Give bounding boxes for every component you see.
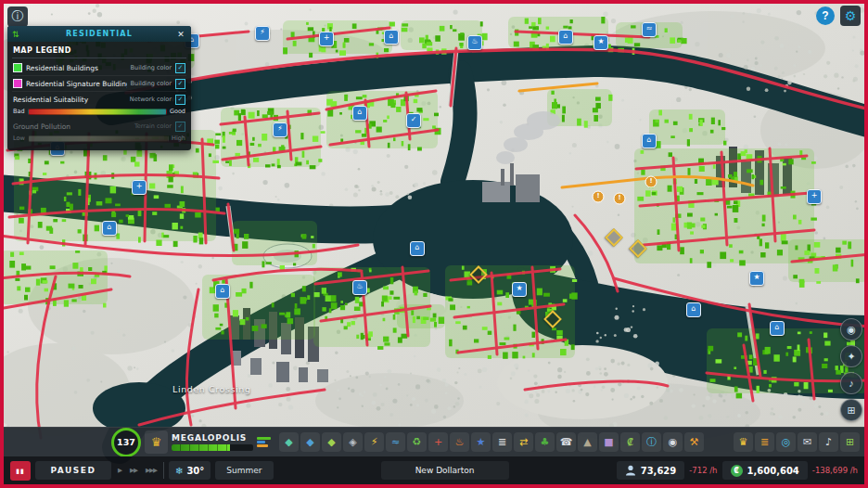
chirper-button[interactable]: ✦ bbox=[840, 345, 862, 367]
legend-label: Residential Buildings bbox=[26, 64, 127, 72]
map-marker[interactable] bbox=[543, 310, 562, 328]
communications-tool[interactable]: ☎ bbox=[556, 432, 576, 452]
snowflake-icon: ❄ bbox=[175, 466, 183, 476]
water-sewage-tool[interactable]: ≈ bbox=[386, 432, 405, 452]
residential-infoview-panel: ⇅ RESIDENTIAL ✕ MAP LEGEND Residential B… bbox=[7, 26, 191, 150]
map-marker[interactable]: ! bbox=[645, 176, 657, 188]
map-legend-heading: MAP LEGEND bbox=[12, 45, 186, 58]
zoning-industrial-tool[interactable]: ◆ bbox=[322, 432, 341, 452]
map-marker[interactable]: ★ bbox=[512, 282, 527, 297]
commercial-demand-bar bbox=[257, 441, 265, 443]
map-marker[interactable]: + bbox=[807, 189, 822, 204]
pollution-scale: Low High bbox=[12, 134, 186, 146]
speed-1-button[interactable]: ▶ bbox=[116, 467, 123, 474]
temperature-value: 30° bbox=[186, 466, 204, 476]
map-marker[interactable] bbox=[605, 228, 623, 247]
panel-title: RESIDENTIAL bbox=[23, 30, 175, 38]
map-marker[interactable]: ♨ bbox=[352, 280, 367, 295]
statistics-panel-button[interactable]: ≣ bbox=[755, 432, 774, 452]
healthcare-tool[interactable]: + bbox=[428, 432, 448, 452]
weather-widget[interactable]: ❄ 30° bbox=[169, 461, 211, 480]
map-marker[interactable]: ✓ bbox=[406, 113, 421, 128]
bulldoze-tool[interactable]: ⚒ bbox=[684, 432, 704, 452]
map-marker[interactable]: ⌂ bbox=[215, 284, 230, 299]
trophy-icon: ♛ bbox=[151, 435, 162, 449]
city-info[interactable]: MEGALOPOLIS bbox=[172, 433, 253, 451]
xp-progress-bar bbox=[172, 444, 253, 451]
milestone-level-badge[interactable]: 137 bbox=[111, 428, 141, 457]
photo-mode-button[interactable]: ◉ bbox=[840, 318, 862, 340]
map-tiles-button[interactable]: ⊞ bbox=[840, 399, 862, 421]
legend-row-signature-buildings: Residential Signature Buildings Building… bbox=[12, 76, 186, 92]
map-marker[interactable]: ⌂ bbox=[384, 30, 399, 45]
map-marker[interactable]: ≈ bbox=[642, 22, 657, 37]
map-marker[interactable]: ⌂ bbox=[558, 30, 573, 45]
panel-header[interactable]: ⇅ RESIDENTIAL ✕ bbox=[7, 26, 191, 42]
map-marker[interactable]: ♨ bbox=[467, 35, 482, 50]
transportation-tool[interactable]: ⇄ bbox=[514, 432, 533, 452]
map-marker[interactable]: ⌂ bbox=[410, 241, 425, 256]
landscaping-tool[interactable]: ▲ bbox=[578, 432, 597, 452]
checkbox[interactable]: ✓ bbox=[175, 95, 185, 105]
rci-demand-indicator[interactable] bbox=[257, 437, 272, 447]
electricity-tool[interactable]: ⚡ bbox=[364, 432, 384, 452]
progression-panel-button[interactable]: ♛ bbox=[734, 432, 753, 452]
simulation-state-label: PAUSED bbox=[35, 461, 111, 480]
toolbar-panels: ♛≣◎✉♪⊞ bbox=[734, 432, 860, 452]
map-marker[interactable]: + bbox=[319, 32, 334, 46]
residential-icon: ⇅ bbox=[12, 30, 23, 39]
map-marker[interactable]: ! bbox=[614, 193, 626, 205]
radio-panel-button[interactable]: ♪ bbox=[819, 432, 838, 452]
city-name: MEGALOPOLIS bbox=[172, 433, 253, 443]
checkbox[interactable]: ✓ bbox=[175, 122, 185, 132]
money-icon: ₡ bbox=[731, 465, 743, 477]
speed-2-button[interactable]: ▶▶ bbox=[128, 467, 139, 474]
map-marker[interactable] bbox=[469, 265, 488, 284]
map-marker[interactable]: ⌂ bbox=[352, 106, 367, 121]
signature-areas-tool[interactable]: ■ bbox=[599, 432, 619, 452]
help-button[interactable]: ? bbox=[816, 6, 835, 25]
map-marker[interactable]: ! bbox=[593, 191, 605, 203]
legend-row-suitability: Residential Suitability Network color ✓ bbox=[12, 92, 186, 107]
map-marker[interactable]: ⚡ bbox=[255, 26, 270, 41]
map-marker[interactable]: ⚡ bbox=[273, 122, 287, 137]
money-widget[interactable]: ₡ 1,600,604 bbox=[722, 461, 808, 480]
police-tool[interactable]: ★ bbox=[471, 432, 491, 452]
photo-mode-tool[interactable]: ◉ bbox=[663, 432, 683, 452]
checkbox[interactable]: ✓ bbox=[175, 63, 185, 73]
map-marker[interactable]: ⌂ bbox=[102, 221, 117, 236]
radio-button[interactable]: ♪ bbox=[840, 372, 862, 394]
population-icon bbox=[625, 465, 636, 476]
info-button[interactable]: ⓘ bbox=[7, 6, 28, 27]
map-marker[interactable]: ★ bbox=[749, 271, 764, 286]
map-marker[interactable] bbox=[629, 239, 647, 258]
close-icon[interactable]: ✕ bbox=[175, 30, 186, 39]
money-rate: -138,699 /h bbox=[812, 466, 858, 475]
economy-panel-button[interactable]: ₡ bbox=[620, 432, 640, 452]
zoning-residential-tool[interactable]: ◆ bbox=[279, 432, 299, 452]
education-tool[interactable]: ≣ bbox=[492, 432, 512, 452]
city-info-panel-button[interactable]: ⓘ bbox=[642, 432, 661, 452]
map-marker[interactable]: ★ bbox=[594, 35, 608, 50]
location-label[interactable]: New Dollarton bbox=[381, 461, 509, 480]
map-marker[interactable]: + bbox=[132, 180, 147, 195]
milestones-button[interactable]: ♛ bbox=[145, 430, 168, 454]
garbage-tool[interactable]: ♻ bbox=[407, 432, 427, 452]
main-toolbar: 137 ♛ MEGALOPOLIS ◆◆◆◈⚡≈♻+♨★≣⇄♣☎▲■₡ⓘ◉⚒ ♛… bbox=[4, 427, 864, 456]
map-marker[interactable]: ⌂ bbox=[686, 302, 701, 317]
parks-recreation-tool[interactable]: ♣ bbox=[535, 432, 555, 452]
zoning-commercial-tool[interactable]: ◆ bbox=[300, 432, 320, 452]
scale-max-label: High bbox=[172, 135, 185, 142]
fire-rescue-tool[interactable]: ♨ bbox=[450, 432, 469, 452]
checkbox[interactable]: ✓ bbox=[175, 79, 185, 89]
notifications-panel-button[interactable]: ✉ bbox=[798, 432, 817, 452]
map-marker[interactable]: ⌂ bbox=[770, 321, 785, 336]
infoviews-panel-button[interactable]: ◎ bbox=[776, 432, 796, 452]
map-marker[interactable]: ⌂ bbox=[642, 134, 657, 148]
roads-tool[interactable]: ◈ bbox=[343, 432, 363, 452]
map-tiles-panel-button[interactable]: ⊞ bbox=[840, 432, 860, 452]
pause-button[interactable]: ▮▮ bbox=[10, 461, 31, 481]
population-widget[interactable]: 73,629 bbox=[617, 461, 685, 480]
speed-3-button[interactable]: ▶▶▶ bbox=[144, 467, 159, 474]
settings-button[interactable]: ⚙ bbox=[840, 6, 861, 26]
